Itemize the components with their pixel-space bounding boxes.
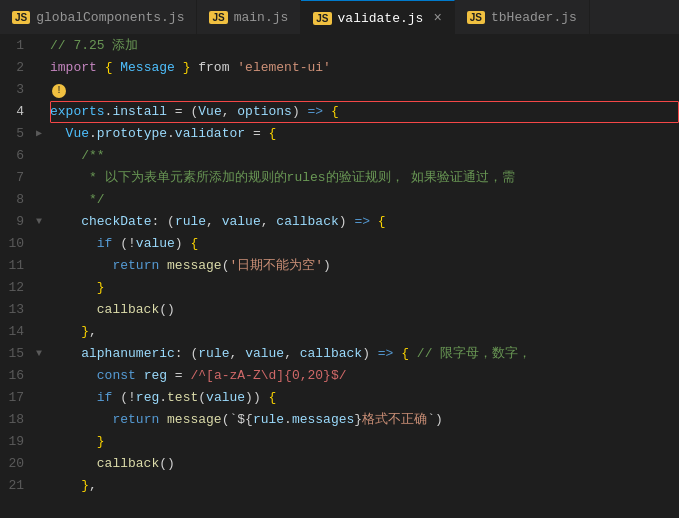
code-line-15: alphanumeric: (rule, value, callback) =>… <box>50 343 679 365</box>
code-text-15: alphanumeric: (rule, value, callback) =>… <box>50 343 531 365</box>
code-line-7: * 以下为表单元素所添加的规则的rules的验证规则， 如果验证通过，需 <box>50 167 679 189</box>
code-line-13: callback() <box>50 299 679 321</box>
collapse-arrow-18 <box>32 409 46 431</box>
code-line-20: callback() <box>50 453 679 475</box>
code-line-10: if (!value) { <box>50 233 679 255</box>
code-text-8: */ <box>50 189 105 211</box>
collapse-arrow-4 <box>32 101 46 123</box>
collapse-arrow-5[interactable]: ▶ <box>32 123 46 145</box>
code-line-17: if (!reg.test(value)) { <box>50 387 679 409</box>
code-line-11: return message('日期不能为空') <box>50 255 679 277</box>
line-number-10: 10 <box>0 233 32 255</box>
code-text-3: ! <box>50 79 66 101</box>
line-number-12: 12 <box>0 277 32 299</box>
code-text-12: } <box>50 277 105 299</box>
tab-bar: JS globalComponents.js JS main.js JS val… <box>0 0 679 35</box>
code-text-5: Vue.prototype.validator = { <box>50 123 276 145</box>
collapse-arrow-21 <box>32 475 46 497</box>
collapse-col: ▶▼▼ <box>32 35 46 518</box>
bulb-icon: ! <box>52 84 66 98</box>
js-icon: JS <box>12 11 30 24</box>
code-text-6: /** <box>50 145 105 167</box>
tab-main[interactable]: JS main.js <box>197 0 301 35</box>
collapse-arrow-6 <box>32 145 46 167</box>
code-line-16: const reg = /^[a-zA-Z\d]{0,20}$/ <box>50 365 679 387</box>
line-number-11: 11 <box>0 255 32 277</box>
line-number-16: 16 <box>0 365 32 387</box>
line-number-7: 7 <box>0 167 32 189</box>
line-number-21: 21 <box>0 475 32 497</box>
code-line-5: Vue.prototype.validator = { <box>50 123 679 145</box>
line-number-19: 19 <box>0 431 32 453</box>
code-line-8: */ <box>50 189 679 211</box>
line-number-5: 5 <box>0 123 32 145</box>
collapse-arrow-20 <box>32 453 46 475</box>
code-content: // 7.25 添加import { Message } from 'eleme… <box>46 35 679 518</box>
collapse-arrow-11 <box>32 255 46 277</box>
code-text-19: } <box>50 431 105 453</box>
code-line-18: return message(`${rule.messages}格式不正确`) <box>50 409 679 431</box>
code-text-20: callback() <box>50 453 175 475</box>
line-number-6: 6 <box>0 145 32 167</box>
line-number-15: 15 <box>0 343 32 365</box>
js-icon: JS <box>209 11 227 24</box>
code-text-1: // 7.25 添加 <box>50 35 138 57</box>
collapse-arrow-3 <box>32 79 46 101</box>
line-number-1: 1 <box>0 35 32 57</box>
line-number-2: 2 <box>0 57 32 79</box>
code-text-14: }, <box>50 321 97 343</box>
code-line-12: } <box>50 277 679 299</box>
tab-label: main.js <box>234 10 289 25</box>
code-line-3: ! <box>50 79 679 101</box>
collapse-arrow-13 <box>32 299 46 321</box>
js-icon: JS <box>313 12 331 25</box>
collapse-arrow-1 <box>32 35 46 57</box>
code-area: 123456789101112131415161718192021 ▶▼▼ //… <box>0 35 679 518</box>
collapse-arrow-12 <box>32 277 46 299</box>
tab-label: validate.js <box>338 11 424 26</box>
js-icon: JS <box>467 11 485 24</box>
code-line-21: }, <box>50 475 679 497</box>
code-text-17: if (!reg.test(value)) { <box>50 387 276 409</box>
code-line-9: checkDate: (rule, value, callback) => { <box>50 211 679 233</box>
code-text-11: return message('日期不能为空') <box>50 255 331 277</box>
line-number-3: 3 <box>0 79 32 101</box>
collapse-arrow-7 <box>32 167 46 189</box>
tab-label: globalComponents.js <box>36 10 184 25</box>
line-number-14: 14 <box>0 321 32 343</box>
code-line-6: /** <box>50 145 679 167</box>
line-number-4: 4 <box>0 101 32 123</box>
line-number-20: 20 <box>0 453 32 475</box>
collapse-arrow-16 <box>32 365 46 387</box>
code-text-7: * 以下为表单元素所添加的规则的rules的验证规则， 如果验证通过，需 <box>50 167 515 189</box>
code-line-2: import { Message } from 'element-ui' <box>50 57 679 79</box>
collapse-arrow-17 <box>32 387 46 409</box>
collapse-arrow-14 <box>32 321 46 343</box>
code-text-16: const reg = /^[a-zA-Z\d]{0,20}$/ <box>50 365 347 387</box>
collapse-arrow-10 <box>32 233 46 255</box>
line-number-17: 17 <box>0 387 32 409</box>
collapse-arrow-8 <box>32 189 46 211</box>
code-text-2: import { Message } from 'element-ui' <box>50 57 331 79</box>
line-number-18: 18 <box>0 409 32 431</box>
code-line-4: exports.install = (Vue, options) => { <box>50 101 679 123</box>
code-line-19: } <box>50 431 679 453</box>
code-text-13: callback() <box>50 299 175 321</box>
code-text-21: }, <box>50 475 97 497</box>
code-text-4: exports.install = (Vue, options) => { <box>50 101 339 123</box>
collapse-arrow-2 <box>32 57 46 79</box>
tab-label: tbHeader.js <box>491 10 577 25</box>
code-line-1: // 7.25 添加 <box>50 35 679 57</box>
tab-tbheader[interactable]: JS tbHeader.js <box>455 0 590 35</box>
collapse-arrow-9[interactable]: ▼ <box>32 211 46 233</box>
code-text-9: checkDate: (rule, value, callback) => { <box>50 211 386 233</box>
line-number-9: 9 <box>0 211 32 233</box>
tab-validate[interactable]: JS validate.js × <box>301 0 454 35</box>
line-numbers: 123456789101112131415161718192021 <box>0 35 32 518</box>
line-number-13: 13 <box>0 299 32 321</box>
collapse-arrow-15[interactable]: ▼ <box>32 343 46 365</box>
code-text-18: return message(`${rule.messages}格式不正确`) <box>50 409 443 431</box>
code-line-14: }, <box>50 321 679 343</box>
tab-close-icon[interactable]: × <box>433 10 441 26</box>
tab-globalComponents[interactable]: JS globalComponents.js <box>0 0 197 35</box>
